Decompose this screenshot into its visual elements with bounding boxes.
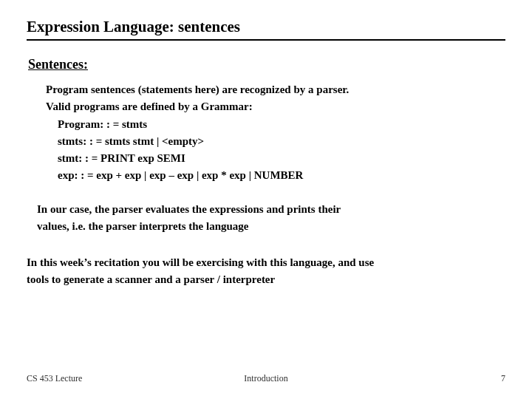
section-heading: Sentences: (28, 57, 505, 72)
interpret-line2: values, i.e. the parser interprets the l… (37, 218, 505, 235)
footer-left: CS 453 Lecture (27, 373, 82, 384)
recitation-line1: In this week’s recitation you will be ex… (27, 254, 505, 271)
line-grammar-intro: Valid programs are defined by a Grammar: (46, 98, 505, 115)
footer-page-number: 7 (501, 373, 505, 384)
grammar-block: Program: : = stmts stmts: : = stmts stmt… (58, 116, 505, 185)
footer-center: Introduction (244, 373, 287, 384)
footer: CS 453 Lecture Introduction 7 (27, 373, 505, 384)
grammar-program: Program: : = stmts (58, 116, 505, 133)
interpret-line1: In our case, the parser evaluates the ex… (37, 201, 505, 218)
recitation-line2: tools to generate a scanner and a parser… (27, 271, 505, 288)
grammar-stmt: stmt: : = PRINT exp SEMI (58, 150, 505, 167)
slide-title: Expression Language: sentences (27, 18, 505, 41)
grammar-exp: exp: : = exp + exp | exp – exp | exp * e… (58, 167, 505, 184)
body-text: Program sentences (statements here) are … (46, 81, 505, 185)
recitation-block: In this week’s recitation you will be ex… (27, 254, 505, 289)
interpret-block: In our case, the parser evaluates the ex… (37, 201, 505, 236)
line-parser: Program sentences (statements here) are … (46, 81, 505, 98)
grammar-stmts: stmts: : = stmts stmt | <empty> (58, 133, 505, 150)
